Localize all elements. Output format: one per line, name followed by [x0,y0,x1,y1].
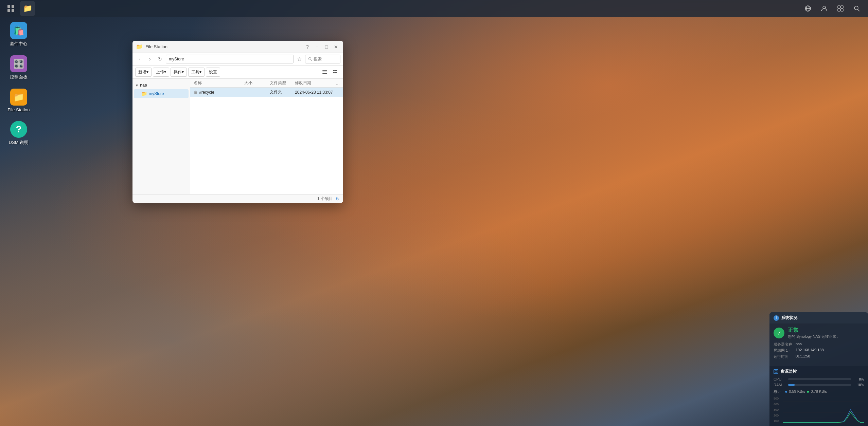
tools-btn[interactable]: 工具▾ [188,68,205,77]
app-grid-button[interactable] [3,1,18,16]
desktop-icon-package-center[interactable]: 🛍️ 套件中心 [5,20,32,49]
user-icon-btn[interactable] [818,2,830,15]
cpu-row: CPU 0% [774,377,864,381]
nav-forward-btn[interactable]: › [145,55,154,63]
col-header-type: 文件类型 [270,80,295,86]
window-maximize-btn[interactable]: □ [323,43,330,51]
network-row: 总计 - ● 0.59 KB/s ● 0.78 KB/s [774,389,864,394]
search-input[interactable] [314,57,337,61]
sidebar-nas-header[interactable]: ▼ nas [132,81,190,89]
ram-label: RAM [774,383,785,387]
taskbar-left: 📁 [0,1,35,16]
nav-back-btn[interactable]: ‹ [135,55,144,63]
search-icon-small [308,57,312,61]
cpu-value: 0% [854,377,864,381]
svg-line-13 [858,10,860,12]
svg-rect-19 [333,70,335,71]
resource-section: 资源监控 CPU 0% RAM 10% 总计 - ● [769,366,868,426]
svg-rect-17 [322,72,327,72]
svg-point-12 [854,6,858,10]
network-label: 局域网 1 - [774,348,792,353]
bookmark-btn[interactable]: ☆ [295,55,304,63]
svg-rect-9 [841,6,843,8]
sidebar-item-mystore[interactable]: 📁 myStore [134,89,189,98]
action-toolbar: 新增▾ 上传▾ 操作▾ 工具▾ 设置 [132,66,343,79]
svg-rect-1 [12,5,14,8]
desktop-icon-dsm-help[interactable]: ? DSM 说明 [5,119,32,147]
status-check-icon: ✓ [774,328,784,338]
file-list-header: 名称 大小 文件类型 修改日期 … [190,79,343,88]
system-widget: i 系统状况 ✓ 正常 您的 Synology NAS 运转正常。 服务器名称 … [769,312,868,426]
svg-rect-2 [7,9,10,12]
svg-rect-8 [838,6,840,8]
net-out-dot: ● [807,389,809,394]
ram-row: RAM 10% [774,383,864,387]
resource-header: 资源监控 [774,369,864,374]
file-list: 🗑 #recycle 文件夹 2024-06-28 11:33:07 [190,88,343,194]
mystore-folder-icon: 📁 [141,91,147,96]
col-header-name: 名称 [194,80,244,86]
desktop-icon-label-control-panel: 控制面板 [10,74,28,80]
list-view-btn[interactable] [320,67,330,77]
window-close-btn[interactable]: ✕ [332,43,340,51]
svg-rect-21 [333,72,335,73]
svg-rect-10 [838,9,840,11]
file-date-cell: 2024-06-28 11:33:07 [295,90,333,95]
window-controls: ? − □ ✕ [304,43,340,51]
widget-header: i 系统状况 [769,312,868,323]
col-header-more[interactable]: … [333,81,340,86]
info-grid: 服务器名称 nas 局域网 1 - 192.168.149.138 运行时间 0… [774,342,864,359]
desktop-icon-control-panel[interactable]: 🎛️ 控制面板 [5,54,32,82]
new-btn[interactable]: 新增▾ [135,68,152,77]
svg-rect-22 [335,72,337,73]
status-info: 正常 您的 Synology NAS 运转正常。 [788,327,840,339]
nav-refresh-btn[interactable]: ↻ [156,55,164,63]
svg-rect-3 [12,9,14,12]
cpu-label: CPU [774,377,785,381]
desktop: 📁 [0,0,868,426]
network-value: 192.168.149.138 [796,348,864,353]
file-type-cell: 文件夹 [270,89,295,95]
total-label: 总计 - [774,389,783,394]
net-out-value: 0.78 KB/s [811,389,827,393]
sidebar-item-mystore-label: myStore [149,91,164,96]
cpu-bar-container [788,378,851,380]
upload-btn[interactable]: 上传▾ [153,68,169,77]
server-value: nas [796,342,864,347]
widget-info-icon: i [774,315,779,321]
active-app-taskbar-icon[interactable]: 📁 [20,1,35,16]
search-icon-btn[interactable] [851,2,863,15]
desktop-icon-label-dsm-help: DSM 说明 [9,140,29,146]
table-row[interactable]: 🗑 #recycle 文件夹 2024-06-28 11:33:07 [190,88,343,97]
file-station-window: 📁 File Station ? − □ ✕ ‹ › ↻ ☆ [132,41,343,203]
chart-labels: 500 400 300 200 100 [774,396,779,423]
network-chart: 500 400 300 200 100 [774,396,864,423]
window-help-btn[interactable]: ? [304,43,311,51]
desktop-icon-label-file-station: File Station [7,107,30,112]
svg-rect-23 [775,371,777,373]
network-icon-btn[interactable] [802,2,814,15]
status-normal-text: 正常 [788,327,840,334]
breadcrumb-input[interactable] [166,55,294,63]
settings-btn[interactable]: 设置 [206,68,220,77]
recycle-icon: 🗑 [194,90,198,95]
status-desc: 您的 Synology NAS 运转正常。 [788,334,840,339]
svg-rect-16 [322,70,327,71]
ram-bar [788,384,795,386]
window-title-icon: 📁 [136,43,143,50]
col-header-size: 大小 [244,80,270,86]
taskbar-right [802,2,868,15]
col-header-date: 修改日期 [295,80,333,86]
new-btn-label: 新增▾ [138,69,148,75]
tools-btn-label: 工具▾ [191,69,201,75]
window-title: File Station [145,44,301,49]
chart-svg-container [783,396,864,423]
item-count-text: 1 个项目 [317,196,333,202]
window-minimize-btn[interactable]: − [313,43,321,51]
status-refresh-btn[interactable]: ↻ [336,196,340,202]
view-options-btn[interactable] [331,67,340,77]
desktop-icon-label-package-center: 套件中心 [10,41,28,47]
windows-icon-btn[interactable] [834,2,847,15]
action-btn[interactable]: 操作▾ [171,68,187,77]
desktop-icon-file-station[interactable]: 📁 File Station [5,87,32,114]
